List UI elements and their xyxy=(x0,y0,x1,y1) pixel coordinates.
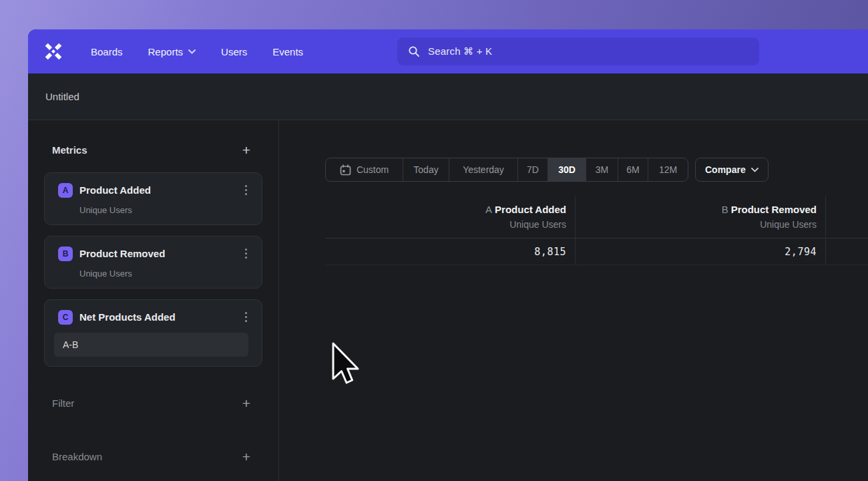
top-nav: Boards Reports Users Events Search ⌘ + K xyxy=(28,29,868,73)
results-table: AProduct Added Unique Users BProduct Rem… xyxy=(325,196,868,265)
range-label: 12M xyxy=(659,164,677,175)
content-area: Metrics + A Product Added Unique Users B… xyxy=(28,120,868,481)
column-name: Product Removed xyxy=(731,204,817,215)
kebab-menu-icon[interactable] xyxy=(241,246,251,261)
add-breakdown-button[interactable]: + xyxy=(242,450,250,464)
chevron-down-icon xyxy=(188,49,196,54)
range-label: 6M xyxy=(626,164,639,175)
calendar-icon xyxy=(340,164,351,176)
search-input[interactable]: Search ⌘ + K xyxy=(397,37,759,65)
metric-badge: C xyxy=(58,310,73,325)
metric-badge: B xyxy=(58,247,73,261)
metric-name: Net Products Added xyxy=(79,311,241,323)
search-icon xyxy=(408,45,420,57)
range-label: 7D xyxy=(527,164,539,175)
range-12m[interactable]: 12M xyxy=(648,158,688,181)
breakdown-section-header: Breakdown + xyxy=(44,444,262,468)
range-3m[interactable]: 3M xyxy=(586,158,618,181)
report-title-bar: Untitled xyxy=(28,73,868,120)
formula-input[interactable]: A-B xyxy=(54,333,248,357)
compare-button[interactable]: Compare xyxy=(695,158,769,182)
range-today[interactable]: Today xyxy=(403,158,449,181)
metric-name: Product Added xyxy=(79,184,241,196)
metric-card-c-formula[interactable]: C Net Products Added A-B xyxy=(44,299,262,367)
range-label: Custom xyxy=(357,164,389,175)
range-30d-selected[interactable]: 30D xyxy=(548,158,586,181)
nav-item-label: Events xyxy=(272,46,303,57)
metric-card-b[interactable]: B Product Removed Unique Users xyxy=(44,236,262,289)
metrics-section-header: Metrics + xyxy=(44,138,262,162)
compare-label: Compare xyxy=(705,164,746,175)
mixpanel-logo-icon xyxy=(43,41,63,61)
metric-measure[interactable]: Unique Users xyxy=(79,205,251,215)
nav-item-events[interactable]: Events xyxy=(272,46,303,57)
metric-badge: A xyxy=(58,183,73,198)
add-filter-button[interactable]: + xyxy=(242,396,250,410)
date-range-selector: Custom Today Yesterday 7D 30D 3M 6M 12M xyxy=(325,158,688,182)
mixpanel-logo-icon[interactable] xyxy=(43,41,64,62)
value-cell-overflow xyxy=(826,238,868,265)
range-label: Today xyxy=(413,164,438,175)
value-cell-b: 2,794 xyxy=(576,238,826,265)
kebab-menu-icon[interactable] xyxy=(241,182,251,198)
nav-item-reports[interactable]: Reports xyxy=(148,46,196,57)
kebab-menu-icon[interactable] xyxy=(241,309,251,325)
metric-measure[interactable]: Unique Users xyxy=(79,269,251,279)
column-badge: B xyxy=(722,204,728,215)
column-badge: A xyxy=(485,204,492,215)
filter-heading: Filter xyxy=(52,397,74,409)
nav-item-label: Reports xyxy=(148,46,184,57)
nav-item-users[interactable]: Users xyxy=(221,46,247,57)
metrics-heading: Metrics xyxy=(52,144,87,156)
nav-menu: Boards Reports Users Events xyxy=(91,46,303,57)
results-panel: Custom Today Yesterday 7D 30D 3M 6M 12M … xyxy=(279,120,868,481)
metric-name: Product Removed xyxy=(79,248,241,259)
column-name: Product Added xyxy=(495,204,566,215)
value-cell-a: 8,815 xyxy=(325,238,576,265)
add-metric-button[interactable]: + xyxy=(242,143,250,157)
search-placeholder: Search ⌘ + K xyxy=(428,45,492,57)
chevron-down-icon xyxy=(751,168,758,172)
column-header-a: AProduct Added Unique Users xyxy=(325,196,576,238)
column-header-overflow xyxy=(826,196,868,238)
nav-item-boards[interactable]: Boards xyxy=(91,46,123,57)
range-yesterday[interactable]: Yesterday xyxy=(449,158,517,181)
report-title[interactable]: Untitled xyxy=(45,91,79,102)
range-6m[interactable]: 6M xyxy=(618,158,648,181)
range-label: 30D xyxy=(558,164,576,175)
nav-item-label: Users xyxy=(221,46,247,57)
date-range-toolbar: Custom Today Yesterday 7D 30D 3M 6M 12M … xyxy=(325,158,769,182)
app-window: Boards Reports Users Events Search ⌘ + K xyxy=(28,29,868,481)
nav-item-label: Boards xyxy=(91,46,123,57)
range-custom[interactable]: Custom xyxy=(326,158,403,181)
column-header-b: BProduct Removed Unique Users xyxy=(576,196,826,238)
range-label: 3M xyxy=(596,164,608,175)
column-measure: Unique Users xyxy=(325,219,566,230)
filter-section-header: Filter + xyxy=(44,391,262,415)
range-label: Yesterday xyxy=(463,164,504,175)
breakdown-heading: Breakdown xyxy=(52,451,102,462)
column-measure: Unique Users xyxy=(576,219,817,230)
range-7d[interactable]: 7D xyxy=(517,158,548,181)
query-sidebar: Metrics + A Product Added Unique Users B… xyxy=(28,120,279,481)
metric-card-a[interactable]: A Product Added Unique Users xyxy=(44,172,262,225)
